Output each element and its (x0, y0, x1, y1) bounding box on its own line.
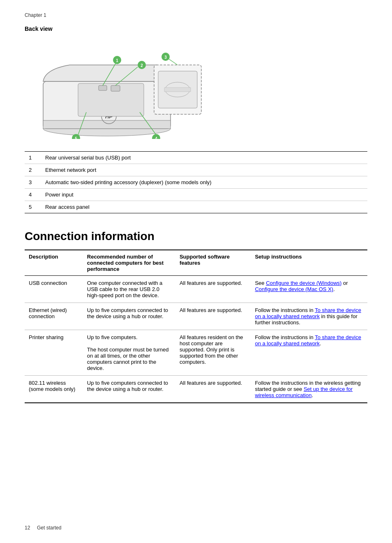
back-view-title: Back view (25, 25, 367, 32)
svg-rect-6 (99, 85, 107, 90)
svg-text:4: 4 (155, 136, 157, 139)
link-configure-windows[interactable]: Configure the device (Windows) (266, 280, 341, 286)
svg-text:3: 3 (164, 55, 167, 60)
footer: 12 Get started (25, 525, 61, 531)
conn-row-wireless: 802.11 wireless (some models only) Up to… (25, 376, 367, 403)
table-row: 3 Automatic two-sided printing accessory… (25, 176, 367, 189)
svg-rect-2 (43, 120, 171, 129)
conn-desc-usb: USB connection (25, 276, 83, 303)
parts-table: 1 Rear universal serial bus (USB) port 2… (25, 151, 367, 213)
link-share-printer[interactable]: To share the device on a locally shared … (255, 334, 361, 347)
conn-desc-sharing: Printer sharing (25, 330, 83, 376)
table-row: 5 Rear access panel (25, 201, 367, 213)
part-description: Rear universal serial bus (USB) port (41, 152, 367, 164)
svg-text:1: 1 (116, 58, 118, 63)
svg-text:2: 2 (141, 63, 143, 68)
printer-svg: HP 1 2 4 (33, 44, 205, 139)
conn-instructions-ethernet: Follow the instructions in To share the … (251, 303, 367, 330)
conn-row-usb: USB connection One computer connected wi… (25, 276, 367, 303)
table-row: 1 Rear universal serial bus (USB) port (25, 152, 367, 164)
col-header-features: Supported software features (175, 250, 251, 276)
conn-features-ethernet: All features are supported. (175, 303, 251, 330)
conn-instructions-usb: See Configure the device (Windows) or Co… (251, 276, 367, 303)
part-description: Automatic two-sided printing accessory (… (41, 176, 367, 189)
link-wireless-setup[interactable]: Set up the device for wireless communica… (255, 386, 353, 398)
col-header-recommended: Recommended number of connected computer… (83, 250, 175, 276)
part-description: Rear access panel (41, 201, 367, 213)
table-row: 2 Ethernet network port (25, 164, 367, 176)
connection-table: Description Recommended number of connec… (25, 250, 367, 403)
part-number: 1 (25, 152, 41, 164)
conn-recommended-sharing: Up to five computers.The host computer m… (83, 330, 175, 376)
page-number: 12 (25, 525, 30, 531)
svg-rect-7 (111, 85, 120, 91)
table-header-row: Description Recommended number of connec… (25, 250, 367, 276)
svg-rect-23 (164, 88, 191, 92)
connection-info-section: Connection information Description Recom… (25, 230, 367, 403)
conn-row-printer-sharing: Printer sharing Up to five computers.The… (25, 330, 367, 376)
conn-features-usb: All features are supported. (175, 276, 251, 303)
conn-recommended-usb: One computer connected with a USB cable … (83, 276, 175, 303)
part-number: 4 (25, 189, 41, 201)
conn-desc-ethernet: Ethernet (wired) connection (25, 303, 83, 330)
conn-desc-wireless: 802.11 wireless (some models only) (25, 376, 83, 403)
link-configure-mac[interactable]: Configure the device (Mac OS X) (255, 286, 333, 292)
part-description: Ethernet network port (41, 164, 367, 176)
col-header-instructions: Setup instructions (251, 250, 367, 276)
footer-section: Get started (37, 525, 61, 531)
chapter-label: Chapter 1 (25, 12, 367, 18)
conn-row-ethernet: Ethernet (wired) connection Up to five c… (25, 303, 367, 330)
connection-info-title: Connection information (25, 230, 367, 243)
col-header-description: Description (25, 250, 83, 276)
svg-line-24 (168, 59, 178, 65)
conn-recommended-ethernet: Up to five computers connected to the de… (83, 303, 175, 330)
conn-instructions-wireless: Follow the instructions in the wireless … (251, 376, 367, 403)
conn-features-sharing: All features resident on the host comput… (175, 330, 251, 376)
printer-diagram: HP 1 2 4 (25, 40, 367, 143)
part-number: 3 (25, 176, 41, 189)
part-description: Power input (41, 189, 367, 201)
back-view-section: Back view HP (25, 25, 367, 213)
svg-text:5: 5 (75, 136, 77, 139)
table-row: 4 Power input (25, 189, 367, 201)
conn-instructions-sharing: Follow the instructions in To share the … (251, 330, 367, 376)
part-number: 5 (25, 201, 41, 213)
part-number: 2 (25, 164, 41, 176)
conn-features-wireless: All features are supported. (175, 376, 251, 403)
link-share-ethernet[interactable]: To share the device on a locally shared … (255, 307, 361, 319)
conn-recommended-wireless: Up to five computers connected to the de… (83, 376, 175, 403)
